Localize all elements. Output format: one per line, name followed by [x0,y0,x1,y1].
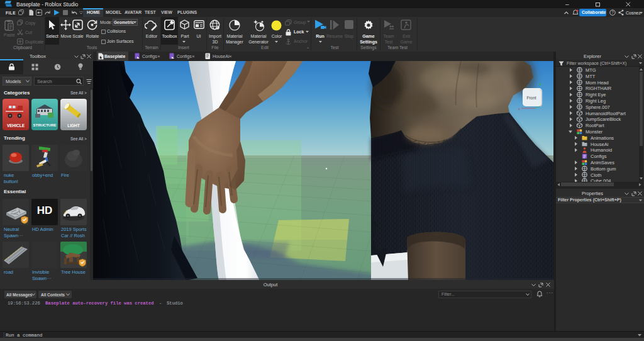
svg-text:Bottom gum: Bottom gum [591,166,616,172]
svg-text:Configs: Configs [591,154,607,159]
svg-text:RIGHTHAIR: RIGHTHAIR [586,86,612,91]
svg-text:Right Eye: Right Eye [586,92,606,98]
svg-text:JumpScareBlock: JumpScareBlock [586,116,621,122]
svg-text:Humanoid: Humanoid [591,147,612,153]
svg-text:MTG: MTG [586,67,596,73]
svg-text:HouseAi: HouseAi [591,142,609,147]
svg-text:Front: Front [526,96,536,100]
svg-text:HumanoidRootPart: HumanoidRootPart [586,111,626,116]
svg-text:RootPart: RootPart [586,123,605,128]
svg-text:Cloth: Cloth [591,172,602,178]
svg-text:Monster: Monster [586,129,603,135]
svg-text:AnimSaves: AnimSaves [591,160,614,165]
svg-text:MTT: MTT [586,74,596,79]
svg-text:Animations: Animations [591,135,614,141]
svg-text:Mom Head: Mom Head [586,80,609,86]
svg-text:x: x [518,107,520,111]
svg-text:Sphere.007: Sphere.007 [586,104,610,110]
svg-text:Right Leg: Right Leg [586,98,606,104]
svg-text:?: ? [611,10,614,14]
